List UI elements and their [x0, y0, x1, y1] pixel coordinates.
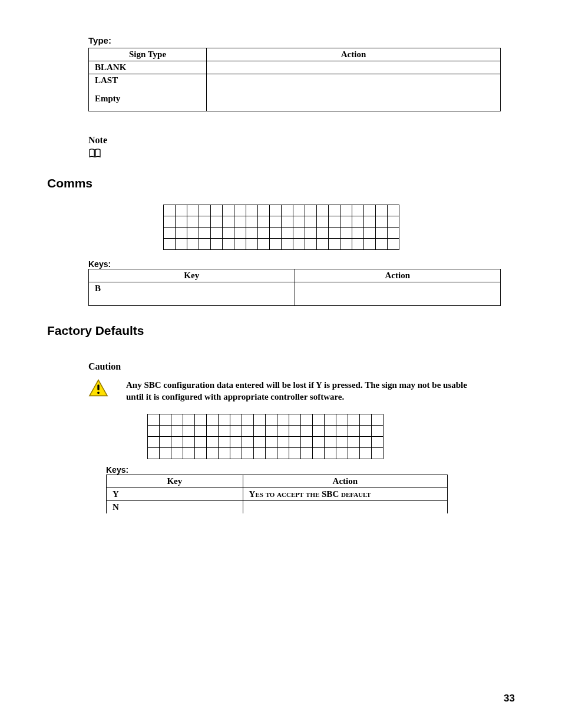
lcd-grid	[147, 414, 384, 459]
cell-action	[207, 74, 501, 87]
type-table: Sign Type Action BLANK LAST Empty	[88, 48, 501, 111]
cell-key: N	[107, 500, 243, 513]
keys-header-key: Key	[107, 475, 243, 487]
keys-label: Keys:	[106, 465, 515, 475]
comms-heading: Comms	[47, 176, 515, 190]
type-header-signtype: Sign Type	[89, 48, 207, 61]
cell-key: B	[89, 282, 295, 306]
page-number: 33	[504, 693, 515, 704]
keys-header-action: Action	[295, 269, 501, 282]
table-row: LAST	[89, 74, 501, 87]
keys-header-action: Action	[243, 475, 447, 487]
svg-rect-2	[97, 384, 99, 390]
book-icon	[88, 148, 101, 159]
lcd-grid	[163, 205, 399, 250]
cell-action	[295, 282, 501, 306]
cell-action: Yes to accept the SBC default	[243, 487, 447, 500]
factory-keys-table: Key Action Y Yes to accept the SBC defau…	[106, 475, 448, 513]
table-row: Y Yes to accept the SBC default	[107, 487, 448, 500]
svg-point-3	[97, 391, 100, 394]
type-header-action: Action	[207, 48, 501, 61]
warning-icon	[88, 379, 108, 397]
cell-signtype: LAST	[89, 74, 207, 87]
note-title: Note	[88, 135, 515, 146]
cell-key: Y	[107, 487, 243, 500]
cell-action	[207, 61, 501, 74]
caution-text: Any SBC configuration data entered will …	[126, 379, 474, 403]
cell-signtype: BLANK	[89, 61, 207, 74]
caution-title: Caution	[88, 361, 515, 372]
table-row: N	[107, 500, 448, 513]
factory-defaults-heading: Factory Defaults	[47, 324, 515, 338]
cell-action	[207, 87, 501, 111]
table-row: B	[89, 282, 501, 306]
comms-keys-table: Key Action B	[88, 269, 501, 306]
table-row: Empty	[89, 87, 501, 111]
cell-action	[243, 500, 447, 513]
type-label: Type:	[88, 35, 515, 45]
keys-header-key: Key	[89, 269, 295, 282]
keys-label: Keys:	[88, 259, 515, 269]
table-row: BLANK	[89, 61, 501, 74]
cell-signtype: Empty	[89, 87, 207, 111]
